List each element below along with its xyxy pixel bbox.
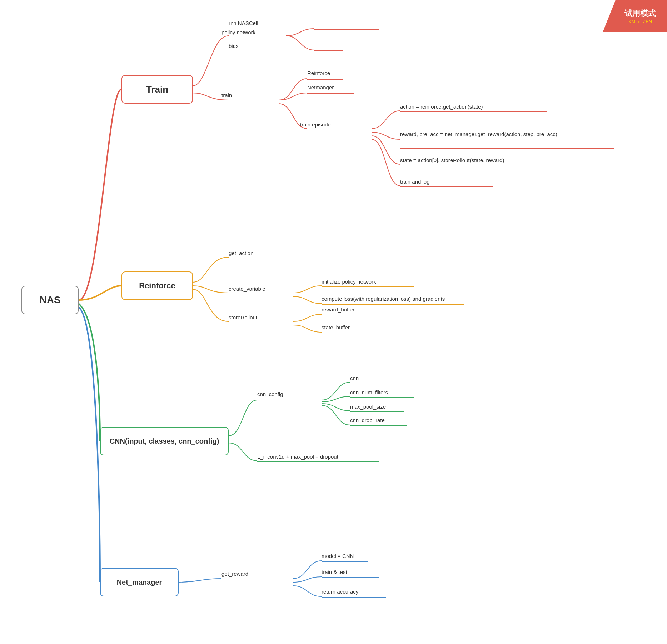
nas-label: NAS: [39, 294, 60, 306]
action-label: action = reinforce.get_action(state): [400, 104, 483, 110]
cnn-node: CNN(input, classes, cnn_config): [100, 427, 229, 455]
cnn-label: CNN(input, classes, cnn_config): [110, 437, 219, 445]
get-action-label: get_action: [229, 250, 253, 256]
train-episode-label: train episode: [300, 121, 331, 128]
get-reward-label: get_reward: [221, 571, 248, 577]
brand-text: XMind ZEN: [628, 19, 652, 24]
init-policy-label: initialize policy network: [322, 279, 376, 285]
brand-name: XMind: [628, 19, 642, 24]
train-and-log-label: train and log: [400, 179, 430, 185]
cnn-num-filters-label: cnn_num_filters: [350, 389, 388, 395]
netmanager-node: Net_manager: [100, 568, 179, 596]
compute-loss-label: compute loss(with regularization loss) a…: [322, 296, 445, 302]
cnn-config-label: cnn_config: [257, 391, 283, 397]
state-buffer-label: state_buffer: [322, 324, 350, 330]
brand-suffix: ZEN: [643, 19, 652, 24]
mindmap-svg: [0, 0, 667, 644]
l-i-label: L_i: conv1d + max_pool + dropout: [257, 454, 338, 460]
max-pool-size-label: max_pool_size: [350, 404, 386, 410]
bias-label: bias: [229, 43, 239, 49]
train-child-label: train: [221, 92, 232, 98]
netmanager-label: Net_manager: [117, 578, 162, 586]
model-cnn-label: model = CNN: [322, 553, 354, 559]
rnn-nascell-label: rnn NASCell: [229, 20, 258, 26]
trial-text: 试用模式: [624, 8, 656, 19]
cnn-drop-rate-label: cnn_drop_rate: [350, 417, 385, 423]
reinforce-label: Reinforce: [139, 281, 175, 290]
policy-network-label: policy network: [221, 29, 255, 35]
reinforce-child-label: Reinforce: [307, 70, 330, 76]
nas-node: NAS: [21, 286, 79, 314]
train-label: Train: [146, 84, 168, 95]
reward-buffer-label: reward_buffer: [322, 306, 354, 313]
reward-label: reward, pre_acc = net_manager.get_reward…: [400, 130, 614, 138]
train-test-label: train & test: [322, 569, 347, 575]
return-accuracy-label: return accuracy: [322, 589, 358, 595]
state-label: state = action[0], storeRollout(state, r…: [400, 157, 504, 163]
cnn-label-leaf: cnn: [350, 375, 359, 381]
reinforce-node: Reinforce: [121, 271, 193, 300]
train-node: Train: [121, 75, 193, 104]
create-variable-label: create_variable: [229, 286, 265, 292]
netmanger-label: Netmanger: [307, 84, 334, 90]
storerollout-label: storeRollout: [229, 314, 257, 320]
